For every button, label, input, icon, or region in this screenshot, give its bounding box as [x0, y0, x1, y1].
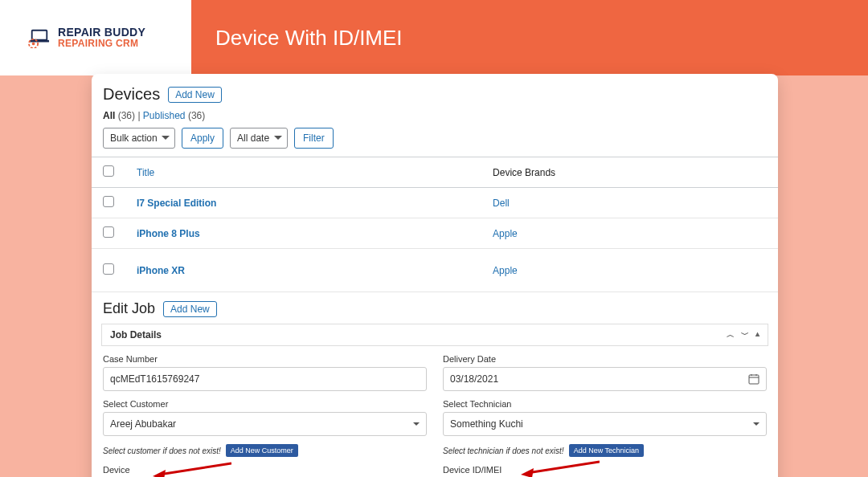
select-customer-label: Select Customer	[103, 399, 427, 409]
device-label: Device	[103, 465, 427, 475]
logo-text-top: REPAIR BUDDY	[58, 26, 145, 39]
devices-toolbar: Bulk actions Apply All dates Filter	[92, 128, 778, 157]
devices-table: Title Device Brands I7 Special Edition D…	[92, 157, 778, 292]
device-brand-link[interactable]: Apple	[493, 265, 518, 276]
device-brand-link[interactable]: Dell	[493, 198, 510, 209]
device-title-link[interactable]: I7 Special Edition	[137, 198, 216, 209]
svg-point-3	[32, 43, 35, 46]
case-number-label: Case Number	[103, 354, 427, 364]
edit-job-heading-row: Edit Job Add New	[92, 292, 778, 324]
caret-up-icon[interactable]: ▴	[755, 329, 760, 340]
filter-all-link[interactable]: All (36)	[103, 110, 135, 121]
chevron-down-icon[interactable]: ﹀	[741, 329, 749, 340]
helper-customer-text: Select customer if does not exist!	[103, 446, 221, 455]
filter-button[interactable]: Filter	[294, 128, 334, 149]
table-row: iPhone 8 Plus Apple	[92, 218, 778, 249]
col-brands[interactable]: Device Brands	[481, 157, 778, 188]
filter-published-link[interactable]: Published (36)	[143, 110, 205, 121]
device-title-link[interactable]: iPhone XR	[137, 265, 185, 276]
table-row: iPhone XR Apple	[92, 249, 778, 292]
add-new-device-button[interactable]: Add New	[168, 87, 222, 103]
device-title-link[interactable]: iPhone 8 Plus	[137, 228, 200, 239]
svg-rect-1	[30, 40, 49, 43]
select-all-checkbox[interactable]	[103, 165, 114, 177]
date-filter-select[interactable]: All dates	[230, 128, 288, 149]
job-form: Case Number Delivery Date Select Custome…	[92, 346, 778, 477]
job-details-header-label: Job Details	[110, 329, 162, 340]
delivery-date-input[interactable]	[443, 367, 767, 391]
devices-heading-row: Devices Add New	[92, 85, 778, 108]
filter-status-links: All (36) | Published (36)	[92, 108, 778, 128]
wrench-laptop-icon	[27, 27, 51, 48]
add-new-customer-button[interactable]: Add New Customer	[226, 444, 298, 457]
logo: REPAIR BUDDY REPAIRING CRM	[0, 26, 145, 48]
select-technician-input[interactable]: Something Kuchi	[443, 412, 767, 436]
header-bar: Device With ID/IMEI	[191, 0, 868, 75]
select-technician-label: Select Technician	[443, 399, 767, 409]
device-brand-link[interactable]: Apple	[493, 228, 518, 239]
delivery-date-label: Delivery Date	[443, 354, 767, 364]
select-customer-input[interactable]: Areej Abubakar	[103, 412, 427, 436]
chevron-up-icon[interactable]: ︿	[727, 329, 735, 340]
logo-area: REPAIR BUDDY REPAIRING CRM	[0, 0, 191, 75]
row-checkbox[interactable]	[103, 196, 114, 207]
col-title[interactable]: Title	[125, 157, 481, 188]
svg-rect-0	[32, 31, 47, 40]
page-title: Device With ID/IMEI	[215, 26, 403, 51]
devices-heading: Devices	[103, 85, 160, 104]
apply-button[interactable]: Apply	[182, 128, 223, 149]
row-checkbox[interactable]	[103, 226, 114, 238]
device-id-label: Device ID/IMEI	[443, 465, 767, 475]
logo-text-bottom: REPAIRING CRM	[58, 39, 145, 49]
table-row: I7 Special Edition Dell	[92, 188, 778, 218]
row-checkbox[interactable]	[103, 263, 114, 275]
helper-technician-text: Select technician if does not exist!	[443, 446, 564, 455]
add-new-job-button[interactable]: Add New	[163, 301, 217, 317]
bulk-actions-select[interactable]: Bulk actions	[103, 128, 175, 149]
edit-job-heading: Edit Job	[103, 300, 155, 317]
job-details-panel-header: Job Details ︿ ﹀ ▴	[101, 324, 768, 346]
add-new-technician-button[interactable]: Add New Technician	[569, 444, 644, 457]
case-number-input[interactable]	[103, 367, 427, 391]
main-panel: Devices Add New All (36) | Published (36…	[92, 74, 778, 477]
